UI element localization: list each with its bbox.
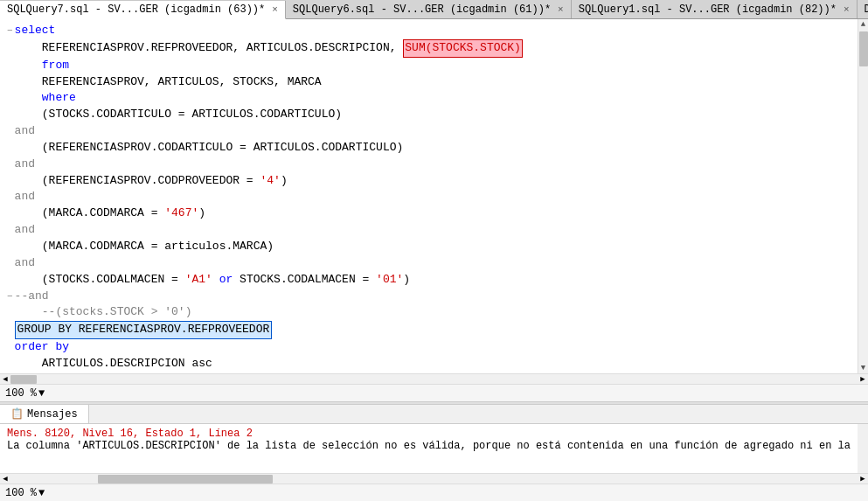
tab-sqlquery1[interactable]: SQLQuery1.sql - SV...GER (icgadmin (82))… [572,0,858,18]
messages-tab-icon: 📋 [10,407,24,421]
sql-content: −select REFERENCIASPROV.REFPROVEEDOR, AR… [0,19,868,373]
zoom-dropdown-icon[interactable]: ▼ [38,387,45,400]
scroll-up-icon[interactable]: ▲ [858,19,869,30]
msg-zoom-value: 100 % [5,487,37,499]
scroll-track[interactable] [858,30,869,363]
tab-label: Detalles del Explorador de objetos [865,3,868,16]
zoom-value: 100 % [5,387,37,400]
scroll-left-icon[interactable]: ◀ [0,374,10,385]
msg-scroll-left-icon[interactable]: ◀ [0,474,10,484]
sql-pane: −select REFERENCIASPROV.REFPROVEEDOR, AR… [0,19,868,384]
scroll-right-icon[interactable]: ▶ [858,374,868,385]
msg-horiz-thumb [98,475,273,484]
tab-sqlquery7[interactable]: SQLQuery7.sql - SV...GER (icgadmin (63))… [0,1,286,19]
msg-zoom-dropdown[interactable]: 100 % ▼ [5,487,45,499]
tab-detalles[interactable]: Detalles del Explorador de objetos [858,0,868,18]
right-scrollbar[interactable]: ▲ ▼ [858,19,868,373]
tab-label: SQLQuery7.sql - SV...GER (icgadmin (63))… [7,3,265,16]
messages-tab-label: Mensajes [27,408,78,421]
horiz-thumb [10,375,37,384]
tab-sqlquery6[interactable]: SQLQuery6.sql - SV...GER (icgadmin (61))… [286,0,572,18]
messages-pane: 📋 Mensajes Mens. 8120, Nivel 16, Estado … [0,405,868,501]
close-icon[interactable]: × [844,4,850,15]
messages-zoom-bar: 100 % ▼ [0,484,868,501]
msg-scroll-right-icon[interactable]: ▶ [858,474,868,484]
editor-area: −select REFERENCIASPROV.REFPROVEEDOR, AR… [0,19,868,501]
scroll-thumb [859,31,868,66]
tab-bar: SQLQuery7.sql - SV...GER (icgadmin (63))… [0,0,868,19]
editor-zoom-bar: 100 % ▼ [0,384,868,401]
tab-messages[interactable]: 📋 Mensajes [0,405,89,423]
tab-label: SQLQuery1.sql - SV...GER (icgadmin (82))… [579,3,837,16]
tab-label: SQLQuery6.sql - SV...GER (icgadmin (61))… [293,3,551,16]
close-icon[interactable]: × [272,4,278,15]
close-icon[interactable]: × [558,4,564,15]
horiz-track[interactable] [10,374,858,385]
messages-bottom-scroll[interactable]: ◀ ▶ [0,473,868,484]
code-editor[interactable]: −select REFERENCIASPROV.REFPROVEEDOR, AR… [0,19,858,373]
messages-layout: Mens. 8120, Nivel 16, Estado 1, Línea 2L… [0,424,868,473]
horiz-scrollbar[interactable]: ◀ ▶ [0,373,868,384]
scroll-down-icon[interactable]: ▼ [858,363,869,373]
msg-zoom-icon[interactable]: ▼ [38,487,45,499]
msg-horiz-track[interactable] [10,474,858,484]
messages-right-scrollbar[interactable] [858,424,868,473]
messages-content: Mens. 8120, Nivel 16, Estado 1, Línea 2L… [0,424,858,473]
messages-tab-bar: 📋 Mensajes [0,405,868,424]
main-layout: −select REFERENCIASPROV.REFPROVEEDOR, AR… [0,19,868,501]
zoom-dropdown[interactable]: 100 % ▼ [5,387,45,400]
